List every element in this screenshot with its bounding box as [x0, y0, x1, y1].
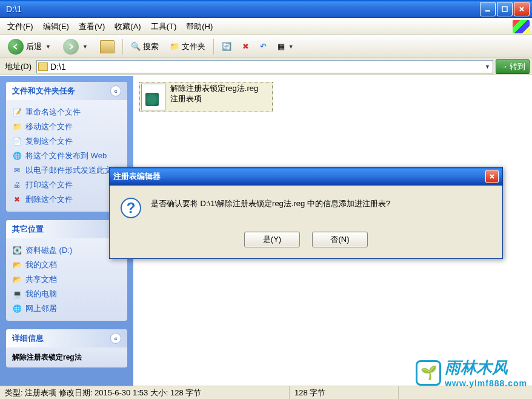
move-icon: 📁 [12, 122, 22, 132]
task-label: 将这个文件发布到 Web [25, 150, 107, 161]
dialog-button-row: 是(Y) 否(N) [110, 224, 502, 258]
search-button[interactable]: 🔍 搜索 [127, 39, 163, 55]
details-panel-body: 解除注册表锁定reg法 [6, 347, 127, 367]
svg-rect-1 [502, 7, 507, 12]
menu-favorites[interactable]: 收藏(A) [110, 19, 145, 34]
email-icon: ✉ [12, 166, 22, 175]
menu-edit[interactable]: 编辑(E) [38, 19, 74, 34]
disk-icon: 💽 [12, 246, 22, 255]
folders-icon: 📁 [170, 42, 179, 51]
watermark-brand: 雨林木风 [445, 357, 527, 378]
window-titlebar: D:\1 [0, 0, 532, 18]
address-dropdown-icon[interactable]: ▼ [484, 64, 491, 70]
dialog-titlebar[interactable]: 注册表编辑器 [110, 167, 502, 186]
place-my-computer[interactable]: 💻我的电脑 [12, 287, 121, 301]
toolbar-separator [122, 39, 123, 55]
task-label: 重命名这个文件 [25, 107, 81, 118]
task-label: 以电子邮件形式发送此文件 [25, 165, 120, 176]
network-icon: 🌐 [12, 304, 22, 314]
no-button[interactable]: 否(N) [312, 232, 368, 247]
yes-button[interactable]: 是(Y) [244, 232, 300, 247]
menu-view[interactable]: 查看(V) [74, 19, 110, 34]
address-input-container[interactable]: ▼ [36, 60, 493, 73]
back-icon [8, 39, 24, 55]
copy-icon: 📄 [12, 136, 22, 146]
task-label: 删除这个文件 [25, 194, 73, 205]
minimize-button[interactable] [480, 2, 496, 16]
task-move[interactable]: 📁移动这个文件 [12, 119, 121, 134]
folder-icon: 📂 [12, 260, 22, 270]
task-delete[interactable]: ✖删除这个文件 [12, 192, 121, 207]
file-item[interactable]: 解除注册表锁定reg法.reg 注册表项 [139, 82, 273, 112]
address-label: 地址(D) [2, 61, 34, 72]
status-left: 类型: 注册表项 修改日期: 2015-6-30 1:53 大小: 128 字节 [0, 386, 290, 399]
task-rename[interactable]: 📝重命名这个文件 [12, 105, 121, 119]
folder-up-icon [100, 40, 115, 53]
menu-tools[interactable]: 工具(T) [146, 19, 182, 34]
watermark-text-group: 雨林木风 www.ylmf888.com [445, 357, 527, 388]
task-publish[interactable]: 🌐将这个文件发布到 Web [12, 149, 121, 163]
collapse-icon[interactable]: « [110, 333, 121, 344]
views-button[interactable]: ▦ ▼ [273, 39, 299, 53]
address-input[interactable] [50, 62, 484, 72]
delete-x-icon: ✖ [242, 42, 249, 51]
maximize-button[interactable] [497, 2, 513, 16]
delete-toolbar-button[interactable]: ✖ [238, 39, 253, 53]
forward-dropdown-icon[interactable]: ▼ [81, 44, 89, 50]
back-dropdown-icon[interactable]: ▼ [44, 44, 52, 50]
task-email[interactable]: ✉以电子邮件形式发送此文件 [12, 163, 121, 178]
folder-icon [38, 62, 48, 71]
search-icon: 🔍 [131, 42, 141, 51]
go-label: 转到 [510, 61, 525, 72]
details-panel-header[interactable]: 详细信息 « [6, 329, 127, 347]
undo-button[interactable]: ↶ [256, 39, 271, 53]
registry-confirm-dialog: 注册表编辑器 ? 是否确认要将 D:\1\解除注册表锁定reg法.reg 中的信… [109, 167, 503, 259]
back-button[interactable]: 后退 ▼ [4, 36, 56, 57]
place-drive-d[interactable]: 💽资料磁盘 (D:) [12, 243, 121, 258]
tasks-header-label: 文件和文件夹任务 [12, 86, 75, 96]
forward-button[interactable]: ▼ [59, 36, 93, 57]
task-copy[interactable]: 📄复制这个文件 [12, 134, 121, 149]
go-arrow-icon: → [500, 62, 508, 71]
back-label: 后退 [26, 41, 42, 52]
web-icon: 🌐 [12, 151, 22, 161]
place-label: 网上邻居 [25, 303, 57, 314]
place-label: 我的文档 [25, 260, 57, 270]
print-icon: 🖨 [12, 180, 22, 190]
status-right [399, 386, 532, 399]
dialog-close-button[interactable] [485, 170, 499, 183]
menu-file[interactable]: 文件(F) [2, 19, 38, 34]
file-item-text: 解除注册表锁定reg法.reg 注册表项 [170, 84, 258, 110]
menu-help[interactable]: 帮助(H) [181, 19, 218, 34]
folder-icon: 📂 [12, 275, 22, 284]
place-label: 共享文档 [25, 274, 57, 285]
file-type: 注册表项 [170, 94, 258, 104]
details-panel: 详细信息 « 解除注册表锁定reg法 [6, 329, 127, 367]
go-button[interactable]: → 转到 [496, 59, 530, 74]
window-title: D:\1 [2, 4, 479, 14]
places-header-label: 其它位置 [12, 224, 44, 235]
dialog-title-text: 注册表编辑器 [113, 171, 161, 182]
reg-file-icon [141, 84, 165, 110]
views-icon: ▦ [278, 42, 285, 51]
task-label: 移动这个文件 [25, 121, 73, 132]
tasks-panel-header[interactable]: 文件和文件夹任务 « [6, 82, 127, 100]
toolbar-separator [213, 39, 214, 55]
views-dropdown-icon[interactable]: ▼ [287, 44, 295, 50]
watermark: 🌱 雨林木风 www.ylmf888.com [416, 357, 527, 388]
dialog-message: 是否确认要将 D:\1\解除注册表锁定reg法.reg 中的信息添加进注册表? [151, 198, 390, 210]
task-print[interactable]: 🖨打印这个文件 [12, 178, 121, 192]
windows-logo-icon [513, 20, 530, 33]
place-network[interactable]: 🌐网上邻居 [12, 301, 121, 316]
close-button[interactable] [514, 2, 530, 16]
task-label: 复制这个文件 [25, 136, 73, 147]
place-shared-documents[interactable]: 📂共享文档 [12, 272, 121, 287]
collapse-icon[interactable]: « [110, 86, 121, 96]
watermark-url: www.ylmf888.com [445, 378, 527, 388]
toolbar: 后退 ▼ ▼ 🔍 搜索 📁 文件夹 🔄 ✖ ↶ ▦ ▼ [0, 35, 532, 58]
folders-button[interactable]: 📁 文件夹 [165, 39, 210, 55]
place-my-documents[interactable]: 📂我的文档 [12, 258, 121, 272]
folders-label: 文件夹 [182, 41, 205, 52]
sync-button[interactable]: 🔄 [218, 39, 236, 53]
up-button[interactable] [96, 38, 119, 56]
